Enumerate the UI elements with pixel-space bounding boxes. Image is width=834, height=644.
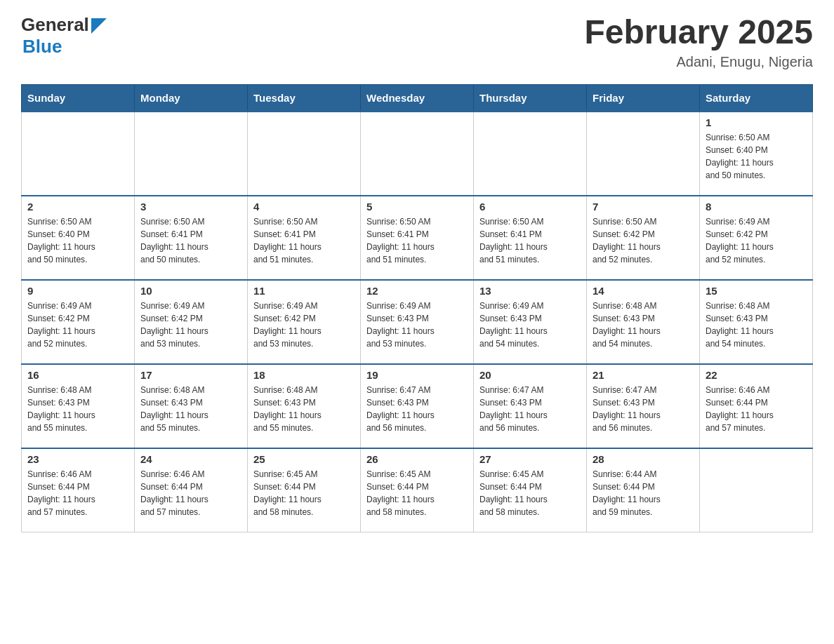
- day-info: Sunrise: 6:48 AM Sunset: 6:43 PM Dayligh…: [140, 384, 241, 434]
- svg-marker-0: [91, 18, 107, 34]
- day-info: Sunrise: 6:48 AM Sunset: 6:43 PM Dayligh…: [27, 384, 128, 434]
- calendar-cell: 5Sunrise: 6:50 AM Sunset: 6:41 PM Daylig…: [361, 196, 474, 280]
- calendar-week-1: 1Sunrise: 6:50 AM Sunset: 6:40 PM Daylig…: [22, 112, 813, 196]
- weekday-header-tuesday: Tuesday: [248, 84, 361, 112]
- page-header: General Blue February 2025 Adani, Enugu,…: [21, 14, 813, 70]
- weekday-header-thursday: Thursday: [474, 84, 587, 112]
- day-info: Sunrise: 6:49 AM Sunset: 6:42 PM Dayligh…: [706, 215, 807, 266]
- calendar-cell: 10Sunrise: 6:49 AM Sunset: 6:42 PM Dayli…: [135, 280, 248, 364]
- logo: General Blue: [21, 14, 107, 58]
- calendar-cell: 6Sunrise: 6:50 AM Sunset: 6:41 PM Daylig…: [474, 196, 587, 280]
- day-info: Sunrise: 6:50 AM Sunset: 6:42 PM Dayligh…: [593, 215, 694, 266]
- calendar-table: SundayMondayTuesdayWednesdayThursdayFrid…: [21, 84, 813, 533]
- day-info: Sunrise: 6:50 AM Sunset: 6:41 PM Dayligh…: [366, 215, 468, 266]
- day-number: 2: [27, 201, 128, 213]
- logo-triangle-icon: [91, 18, 107, 34]
- calendar-cell: [474, 112, 587, 196]
- calendar-subtitle: Adani, Enugu, Nigeria: [584, 54, 813, 70]
- calendar-cell: [248, 112, 361, 196]
- day-number: 13: [479, 285, 581, 297]
- calendar-cell: 18Sunrise: 6:48 AM Sunset: 6:43 PM Dayli…: [248, 364, 361, 448]
- day-number: 20: [479, 369, 581, 381]
- calendar-week-2: 2Sunrise: 6:50 AM Sunset: 6:40 PM Daylig…: [22, 196, 813, 280]
- day-info: Sunrise: 6:46 AM Sunset: 6:44 PM Dayligh…: [140, 468, 241, 518]
- calendar-cell: 21Sunrise: 6:47 AM Sunset: 6:43 PM Dayli…: [587, 364, 700, 448]
- calendar-cell: 9Sunrise: 6:49 AM Sunset: 6:42 PM Daylig…: [22, 280, 135, 364]
- calendar-cell: 11Sunrise: 6:49 AM Sunset: 6:42 PM Dayli…: [248, 280, 361, 364]
- day-info: Sunrise: 6:45 AM Sunset: 6:44 PM Dayligh…: [366, 468, 468, 518]
- day-number: 28: [593, 453, 694, 465]
- calendar-cell: 26Sunrise: 6:45 AM Sunset: 6:44 PM Dayli…: [361, 448, 474, 532]
- weekday-header-wednesday: Wednesday: [361, 84, 474, 112]
- logo-general: General: [21, 14, 89, 36]
- day-info: Sunrise: 6:45 AM Sunset: 6:44 PM Dayligh…: [479, 468, 581, 518]
- calendar-cell: 8Sunrise: 6:49 AM Sunset: 6:42 PM Daylig…: [700, 196, 813, 280]
- calendar-cell: 15Sunrise: 6:48 AM Sunset: 6:43 PM Dayli…: [700, 280, 813, 364]
- day-info: Sunrise: 6:48 AM Sunset: 6:43 PM Dayligh…: [253, 384, 355, 434]
- calendar-week-4: 16Sunrise: 6:48 AM Sunset: 6:43 PM Dayli…: [22, 364, 813, 448]
- calendar-cell: 3Sunrise: 6:50 AM Sunset: 6:41 PM Daylig…: [135, 196, 248, 280]
- day-info: Sunrise: 6:47 AM Sunset: 6:43 PM Dayligh…: [366, 384, 468, 434]
- day-number: 12: [366, 285, 468, 297]
- day-info: Sunrise: 6:50 AM Sunset: 6:40 PM Dayligh…: [706, 131, 807, 182]
- calendar-cell: 23Sunrise: 6:46 AM Sunset: 6:44 PM Dayli…: [22, 448, 135, 532]
- calendar-cell: 24Sunrise: 6:46 AM Sunset: 6:44 PM Dayli…: [135, 448, 248, 532]
- day-number: 14: [593, 285, 694, 297]
- day-info: Sunrise: 6:49 AM Sunset: 6:43 PM Dayligh…: [366, 300, 468, 350]
- calendar-cell: 2Sunrise: 6:50 AM Sunset: 6:40 PM Daylig…: [22, 196, 135, 280]
- day-number: 15: [706, 285, 807, 297]
- calendar-cell: 1Sunrise: 6:50 AM Sunset: 6:40 PM Daylig…: [700, 112, 813, 196]
- day-info: Sunrise: 6:49 AM Sunset: 6:42 PM Dayligh…: [253, 300, 355, 350]
- day-info: Sunrise: 6:48 AM Sunset: 6:43 PM Dayligh…: [706, 300, 807, 350]
- weekday-header-row: SundayMondayTuesdayWednesdayThursdayFrid…: [22, 84, 813, 112]
- calendar-cell: 12Sunrise: 6:49 AM Sunset: 6:43 PM Dayli…: [361, 280, 474, 364]
- day-number: 11: [253, 285, 355, 297]
- day-number: 26: [366, 453, 468, 465]
- calendar-cell: 14Sunrise: 6:48 AM Sunset: 6:43 PM Dayli…: [587, 280, 700, 364]
- day-number: 9: [27, 285, 128, 297]
- calendar-cell: 27Sunrise: 6:45 AM Sunset: 6:44 PM Dayli…: [474, 448, 587, 532]
- calendar-cell: 19Sunrise: 6:47 AM Sunset: 6:43 PM Dayli…: [361, 364, 474, 448]
- calendar-cell: 25Sunrise: 6:45 AM Sunset: 6:44 PM Dayli…: [248, 448, 361, 532]
- day-info: Sunrise: 6:46 AM Sunset: 6:44 PM Dayligh…: [706, 384, 807, 434]
- calendar-cell: [700, 448, 813, 532]
- calendar-week-5: 23Sunrise: 6:46 AM Sunset: 6:44 PM Dayli…: [22, 448, 813, 532]
- day-number: 24: [140, 453, 241, 465]
- day-info: Sunrise: 6:48 AM Sunset: 6:43 PM Dayligh…: [593, 300, 694, 350]
- day-info: Sunrise: 6:47 AM Sunset: 6:43 PM Dayligh…: [479, 384, 581, 434]
- day-number: 8: [706, 201, 807, 213]
- calendar-cell: 20Sunrise: 6:47 AM Sunset: 6:43 PM Dayli…: [474, 364, 587, 448]
- day-info: Sunrise: 6:50 AM Sunset: 6:41 PM Dayligh…: [479, 215, 581, 266]
- day-number: 6: [479, 201, 581, 213]
- calendar-cell: [135, 112, 248, 196]
- day-number: 19: [366, 369, 468, 381]
- calendar-cell: 28Sunrise: 6:44 AM Sunset: 6:44 PM Dayli…: [587, 448, 700, 532]
- day-info: Sunrise: 6:49 AM Sunset: 6:43 PM Dayligh…: [479, 300, 581, 350]
- weekday-header-friday: Friday: [587, 84, 700, 112]
- day-number: 10: [140, 285, 241, 297]
- day-number: 27: [479, 453, 581, 465]
- day-info: Sunrise: 6:47 AM Sunset: 6:43 PM Dayligh…: [593, 384, 694, 434]
- calendar-cell: 7Sunrise: 6:50 AM Sunset: 6:42 PM Daylig…: [587, 196, 700, 280]
- day-number: 4: [253, 201, 355, 213]
- day-number: 23: [27, 453, 128, 465]
- day-number: 18: [253, 369, 355, 381]
- calendar-cell: [361, 112, 474, 196]
- day-info: Sunrise: 6:49 AM Sunset: 6:42 PM Dayligh…: [140, 300, 241, 350]
- calendar-cell: 13Sunrise: 6:49 AM Sunset: 6:43 PM Dayli…: [474, 280, 587, 364]
- calendar-week-3: 9Sunrise: 6:49 AM Sunset: 6:42 PM Daylig…: [22, 280, 813, 364]
- day-info: Sunrise: 6:49 AM Sunset: 6:42 PM Dayligh…: [27, 300, 128, 350]
- weekday-header-saturday: Saturday: [700, 84, 813, 112]
- calendar-cell: [587, 112, 700, 196]
- calendar-cell: [22, 112, 135, 196]
- day-info: Sunrise: 6:44 AM Sunset: 6:44 PM Dayligh…: [593, 468, 694, 518]
- day-number: 16: [27, 369, 128, 381]
- weekday-header-monday: Monday: [135, 84, 248, 112]
- calendar-cell: 22Sunrise: 6:46 AM Sunset: 6:44 PM Dayli…: [700, 364, 813, 448]
- day-info: Sunrise: 6:50 AM Sunset: 6:41 PM Dayligh…: [253, 215, 355, 266]
- day-number: 5: [366, 201, 468, 213]
- day-number: 1: [706, 116, 807, 128]
- day-info: Sunrise: 6:46 AM Sunset: 6:44 PM Dayligh…: [27, 468, 128, 518]
- calendar-title: February 2025: [584, 14, 813, 51]
- day-info: Sunrise: 6:50 AM Sunset: 6:41 PM Dayligh…: [140, 215, 241, 266]
